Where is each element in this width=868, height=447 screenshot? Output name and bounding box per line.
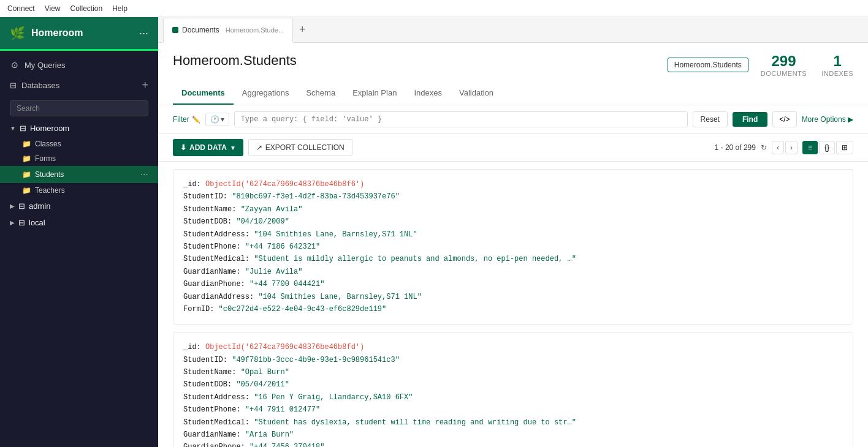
document-card: _id: ObjectId('6274ca7969c48376be46b8fd'… — [173, 332, 853, 447]
filter-edit-icon: ✏️ — [192, 116, 200, 124]
collection-more-icon[interactable]: ··· — [140, 169, 148, 180]
table-view-button[interactable]: ⊞ — [836, 141, 853, 154]
more-options-button[interactable]: More Options ▶ — [802, 115, 853, 124]
main-content: Documents Homeroom.Stude... + Homeroom.S… — [158, 17, 868, 447]
tab-schema[interactable]: Schema — [297, 82, 344, 105]
menu-help[interactable]: Help — [112, 4, 128, 13]
db-local-label: local — [29, 218, 45, 227]
db-homeroom-toggle[interactable]: ▼ ⊟ Homeroom — [0, 120, 158, 137]
doc-field: StudentDOB: "04/10/2009" — [183, 216, 843, 228]
doc-field: StudentPhone: "+44 7186 642321" — [183, 241, 843, 253]
add-data-button[interactable]: ⬇ ADD DATA ▼ — [173, 139, 243, 156]
stat-indexes: 1 INDEXES — [821, 53, 853, 77]
toolbar-left: ⬇ ADD DATA ▼ ↗ EXPORT COLLECTION — [173, 139, 352, 156]
export-button[interactable]: ↗ EXPORT COLLECTION — [248, 139, 352, 156]
menu-connect[interactable]: Connect — [7, 4, 35, 13]
add-database-button[interactable]: + — [142, 79, 148, 92]
sidebar-logo: 🌿 Homeroom — [10, 26, 83, 40]
reset-button[interactable]: Reset — [693, 111, 728, 127]
collection-search-box[interactable]: Homeroom.Students — [668, 58, 748, 72]
sidebar-menu-button[interactable]: ··· — [139, 27, 148, 40]
doc-field: StudentPhone: "+44 7911 012477" — [183, 404, 843, 416]
db-admin-cylinder-icon: ⊟ — [18, 201, 25, 211]
content-header: Homeroom.Students Homeroom.Students 299 … — [158, 43, 868, 77]
collection-stats: 299 DOCUMENTS 1 INDEXES — [761, 53, 853, 77]
documents-area: _id: ObjectId('6274ca7969c48376be46b8f6'… — [158, 162, 868, 447]
json-view-button[interactable]: {} — [819, 141, 835, 154]
list-view-button[interactable]: ≡ — [802, 141, 818, 154]
tab-documents[interactable]: Documents Homeroom.Stude... — [163, 18, 293, 43]
tab-subtitle: Homeroom.Stude... — [226, 26, 284, 34]
tab-validation[interactable]: Validation — [451, 82, 502, 105]
sidebar-item-databases[interactable]: ⊟ Databases + — [0, 74, 158, 97]
query-bar: Filter ✏️ 🕐 ▾ Reset Find </> More Option… — [158, 105, 868, 134]
tab-add-button[interactable]: + — [293, 23, 312, 36]
menu-view[interactable]: View — [45, 4, 61, 13]
menu-collection[interactable]: Collection — [70, 4, 103, 13]
prev-page-button[interactable]: ‹ — [772, 141, 784, 154]
document-card: _id: ObjectId('6274ca7969c48376be46b8f6'… — [173, 169, 853, 325]
code-button[interactable]: </> — [772, 111, 796, 127]
tab-documents-sub[interactable]: Documents — [173, 82, 234, 105]
sidebar-item-label: My Queries — [25, 61, 148, 70]
doc-field: StudentMedical: "Student has dyslexia, s… — [183, 416, 843, 429]
tab-aggregations[interactable]: Aggregations — [234, 82, 298, 105]
doc-field: StudentID: "49f781bb-3ccc-4b9e-93e1-9c98… — [183, 354, 843, 366]
queries-icon: ⊙ — [10, 60, 20, 70]
clock-arrow: ▾ — [221, 115, 224, 124]
db-admin: ▶ ⊟ admin — [0, 198, 158, 214]
folder-icon: 📁 — [22, 170, 31, 179]
sidebar-header: 🌿 Homeroom ··· — [0, 17, 158, 49]
download-icon: ⬇ — [180, 143, 186, 152]
tab-bar: Documents Homeroom.Stude... + — [158, 17, 868, 43]
pagination-info: 1 - 20 of 299 — [715, 143, 756, 152]
sidebar-search-section — [0, 97, 158, 120]
refresh-button[interactable]: ↻ — [761, 143, 767, 152]
db-local-cylinder-icon: ⊟ — [18, 218, 25, 227]
folder-icon: 📁 — [22, 140, 31, 148]
find-button[interactable]: Find — [733, 112, 767, 127]
doc-field: FormID: "c0c272d4-e522-4e04-9c43-ef6c829… — [183, 303, 843, 315]
db-admin-toggle[interactable]: ▶ ⊟ admin — [0, 198, 158, 214]
databases-icon: ⊟ — [10, 81, 17, 90]
documents-label: DOCUMENTS — [761, 70, 807, 77]
db-cylinder-icon: ⊟ — [20, 124, 26, 133]
stat-documents: 299 DOCUMENTS — [761, 53, 807, 77]
tab-indexes[interactable]: Indexes — [405, 82, 451, 105]
doc-field: GuardianName: "Aria Burn" — [183, 429, 843, 441]
doc-field: GuardianAddress: "104 Smithies Lane, Bar… — [183, 291, 843, 303]
collection-classes[interactable]: 📁 Classes — [0, 137, 158, 151]
chevron-down-icon: ▼ — [10, 125, 16, 132]
collection-title: Homeroom.Students — [173, 53, 297, 69]
sidebar-nav: ⊙ My Queries ⊟ Databases + ▼ ⊟ H — [0, 51, 158, 447]
db-local-toggle[interactable]: ▶ ⊟ local — [0, 214, 158, 231]
sidebar-title: Homeroom — [31, 28, 83, 39]
doc-field: _id: ObjectId('6274ca7969c48376be46b8f6'… — [183, 178, 843, 190]
tab-explain-plan[interactable]: Explain Plan — [344, 82, 405, 105]
collection-teachers[interactable]: 📁 Teachers — [0, 183, 158, 198]
collection-students-label: Students — [35, 170, 64, 179]
doc-field: StudentAddress: "104 Smithies Lane, Barn… — [183, 228, 843, 241]
db-admin-label: admin — [29, 201, 50, 211]
collection-students[interactable]: 📁 Students ··· — [0, 166, 158, 183]
collection-forms-label: Forms — [35, 154, 56, 163]
search-input[interactable] — [10, 100, 148, 116]
chevron-right-icon: ▶ — [10, 219, 15, 226]
next-page-button[interactable]: › — [785, 141, 798, 154]
chevron-right-icon: ▶ — [10, 203, 15, 209]
query-history-button[interactable]: 🕐 ▾ — [205, 113, 229, 126]
export-icon: ↗ — [256, 143, 262, 152]
folder-icon: 📁 — [22, 186, 31, 195]
sidebar-item-my-queries[interactable]: ⊙ My Queries — [0, 56, 158, 74]
collection-teachers-label: Teachers — [35, 186, 65, 195]
collection-forms[interactable]: 📁 Forms — [0, 151, 158, 166]
doc-field: StudentID: "810bc697-f3e1-4d2f-83ba-73d4… — [183, 190, 843, 203]
leaf-icon: 🌿 — [10, 26, 25, 40]
query-input[interactable] — [234, 111, 688, 127]
doc-field: GuardianName: "Julie Avila" — [183, 266, 843, 278]
view-buttons: ≡ {} ⊞ — [802, 141, 853, 154]
collection-classes-label: Classes — [35, 140, 61, 148]
filter-button[interactable]: Filter ✏️ — [173, 115, 200, 124]
doc-field: _id: ObjectId('6274ca7969c48376be46b8fd'… — [183, 341, 843, 353]
db-local: ▶ ⊟ local — [0, 214, 158, 231]
